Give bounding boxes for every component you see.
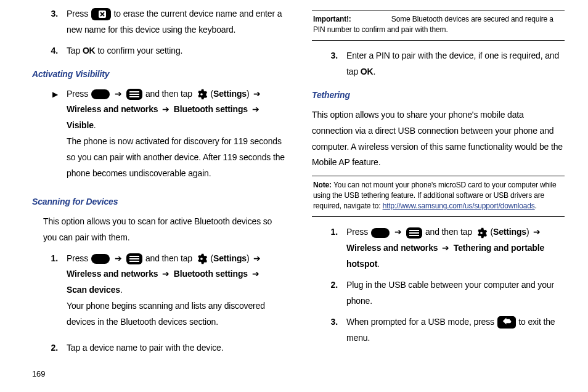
path-segment: Wireless and networks: [67, 104, 158, 114]
heading-activating-visibility: Activating Visibility: [32, 67, 285, 83]
step-number: 3.: [32, 6, 67, 22]
visibility-step: ▶ Press ➔ and then tap (Settings) ➔ Wire…: [32, 86, 285, 187]
step-number: 3.: [312, 314, 346, 330]
arrow-icon: ➔: [393, 227, 404, 237]
svg-rect-5: [129, 94, 139, 95]
arrow-icon: ➔: [531, 227, 542, 237]
settings-gear-icon: [195, 88, 208, 100]
text: Enter a PIN to pair with the device, if …: [346, 51, 559, 76]
text: and then tap: [425, 227, 475, 237]
text: Press: [67, 9, 91, 18]
page: 3. Press to erase the current device nam…: [0, 0, 588, 361]
svg-rect-11: [129, 258, 139, 259]
svg-point-7: [200, 93, 203, 96]
path-segment: Visible: [67, 120, 94, 130]
svg-rect-14: [371, 228, 390, 238]
home-button-icon: [371, 228, 390, 238]
tether-step-3: 3. When prompted for a USB mode, press t…: [312, 314, 565, 346]
back-button-icon: [497, 316, 516, 329]
arrow-icon: ➔: [251, 89, 263, 99]
text: When prompted for a USB mode, press: [346, 317, 497, 327]
step-number: 2.: [32, 340, 67, 356]
step-number: 4.: [32, 43, 67, 59]
ok-label: OK: [83, 46, 96, 55]
svg-rect-2: [91, 89, 110, 99]
step-number: 1.: [312, 224, 346, 240]
step-number: 2.: [312, 277, 346, 293]
svg-rect-12: [129, 261, 139, 262]
path-segment: Wireless and networks: [346, 243, 438, 253]
svg-point-13: [200, 258, 203, 260]
arrow-icon: ➔: [160, 104, 171, 114]
svg-rect-18: [409, 235, 419, 236]
settings-gear-icon: [195, 253, 208, 265]
note-link[interactable]: http://www.samsung.com/us/support/downlo…: [383, 202, 535, 210]
arrow-icon: ➔: [113, 89, 124, 99]
text: .: [377, 259, 380, 269]
text: ): [247, 89, 251, 99]
svg-rect-10: [129, 256, 139, 257]
left-column: 3. Press to erase the current device nam…: [32, 6, 290, 361]
step-3: 3. Press to erase the current device nam…: [32, 6, 285, 38]
scan-intro: This option allows you to scan for activ…: [32, 214, 285, 246]
path-segment: Wireless and networks: [67, 269, 158, 279]
text: .: [120, 285, 123, 295]
step-number: 1.: [32, 251, 67, 267]
note-text: .: [535, 202, 537, 210]
text: Press: [67, 89, 91, 99]
text: and then tap: [145, 89, 195, 99]
svg-rect-8: [91, 254, 110, 264]
scan-step-2: 2. Tap a device name to pair with the de…: [32, 340, 285, 356]
text: and then tap: [145, 253, 195, 263]
text: Tap: [67, 46, 83, 55]
svg-rect-4: [129, 91, 139, 92]
important-callout: Important!: Some Bluetooth devices are s…: [312, 10, 565, 41]
note-callout: Note: You can not mount your phone's mic…: [312, 176, 565, 217]
svg-rect-17: [409, 232, 419, 234]
step-4: 4. Tap OK to confirm your setting.: [32, 43, 285, 59]
text: Tap a device name to pair with the devic…: [67, 340, 285, 356]
path-segment: Bluetooth settings: [174, 269, 248, 279]
settings-label: Settings: [493, 227, 526, 237]
tether-step-1: 1. Press ➔ and then tap (Settings) ➔ Wir…: [312, 224, 565, 272]
svg-rect-6: [129, 96, 139, 97]
path-segment: Scan devices: [67, 285, 120, 295]
text: Plug in the USB cable between your compu…: [346, 277, 565, 309]
home-button-icon: [91, 254, 110, 264]
important-label: Important!:: [313, 15, 353, 23]
scan-paragraph: Your phone begins scanning and lists any…: [67, 298, 285, 330]
text: Press: [346, 227, 370, 237]
right-column: Important!: Some Bluetooth devices are s…: [307, 6, 565, 361]
tether-step-2: 2. Plug in the USB cable between your co…: [312, 277, 565, 309]
arrow-icon: ➔: [250, 104, 261, 114]
arrow-icon: ➔: [440, 243, 451, 253]
text: .: [373, 67, 375, 76]
menu-button-icon: [126, 253, 142, 264]
settings-gear-icon: [475, 227, 488, 239]
arrow-icon: ➔: [160, 269, 171, 279]
menu-button-icon: [406, 227, 422, 239]
text: ): [526, 227, 531, 237]
svg-point-19: [480, 232, 483, 234]
page-number: 169: [32, 369, 45, 378]
heading-tethering: Tethering: [312, 88, 565, 104]
arrow-icon: ➔: [251, 253, 263, 263]
home-button-icon: [91, 89, 110, 99]
svg-rect-16: [409, 230, 419, 231]
ok-label: OK: [361, 67, 374, 76]
text: .: [94, 120, 96, 130]
text: ): [247, 253, 251, 263]
step-number: 3.: [312, 48, 346, 64]
scan-step-1: 1. Press ➔ and then tap (Settings) ➔ Wir…: [32, 251, 285, 335]
delete-x-icon: [91, 8, 111, 20]
arrow-icon: ➔: [250, 269, 261, 279]
settings-label: Settings: [213, 253, 247, 263]
note-label: Note:: [313, 181, 333, 189]
path-segment: Bluetooth settings: [174, 104, 248, 114]
arrow-icon: ➔: [113, 253, 124, 263]
menu-button-icon: [126, 89, 142, 100]
pair-step-3: 3. Enter a PIN to pair with the device, …: [312, 48, 565, 80]
text: to confirm your setting.: [96, 46, 183, 55]
tether-intro: This option allows you to share your pho…: [312, 107, 565, 171]
settings-label: Settings: [213, 89, 247, 99]
